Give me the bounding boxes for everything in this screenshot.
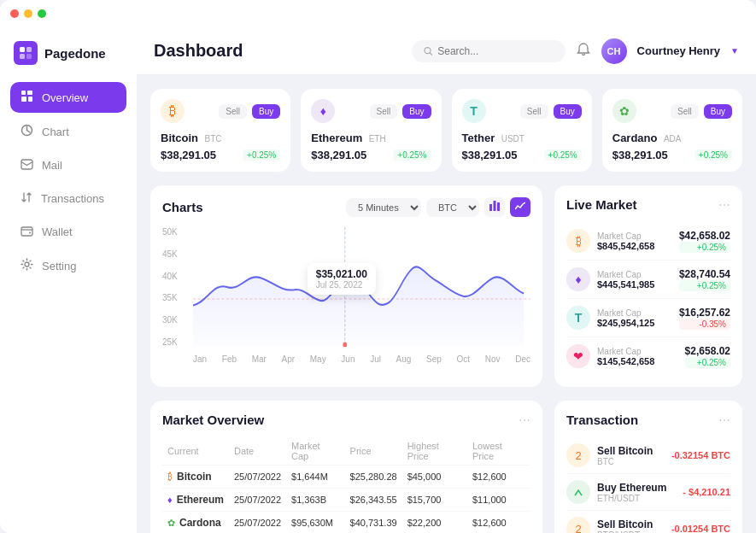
transactions-label: Transactions (41, 192, 104, 205)
txn-sell-icon-2: 2 (566, 517, 590, 533)
market-4-price: $2,658.02 (685, 345, 730, 357)
market-btc-price: $42,658.02 (679, 230, 730, 242)
usdt-change: +0.25% (544, 149, 582, 161)
market-eth-icon: ♦ (566, 267, 590, 291)
market-usdt-cap: $245,954,125 (597, 318, 672, 328)
table-row: ♦Ethereum 25/07/2022 $1,363B $26,343.55 … (162, 489, 530, 512)
line-chart-btn[interactable] (510, 197, 530, 217)
market-overview-panel: Market Overview ⋯ Current Date Market Ca… (150, 401, 542, 533)
bell-icon[interactable] (576, 42, 591, 61)
chart-area: 50K 45K 40K 35K 30K 25K (162, 227, 530, 364)
svg-rect-9 (21, 160, 32, 169)
btc-sell-button[interactable]: Sell (219, 104, 247, 119)
usdt-sell-button[interactable]: Sell (520, 104, 548, 119)
charts-title: Charts (162, 200, 203, 214)
ada-price: $38,291.05 (612, 149, 668, 161)
usdt-icon: T (462, 99, 486, 123)
market-item-4: ❤ Market Cap $145,542,658 $2,658.02 +0.2… (566, 337, 730, 375)
sidebar-item-wallet[interactable]: Wallet (10, 217, 126, 247)
titlebar (0, 0, 756, 27)
crypto-card-eth: ♦ Sell Buy Ethereum ETH $38,291.05 (301, 89, 441, 172)
close-btn[interactable] (10, 9, 19, 18)
btc-name: Bitcoin (161, 132, 198, 144)
eth-buy-button[interactable]: Buy (402, 104, 431, 119)
search-input[interactable] (437, 45, 553, 57)
eth-sell-button[interactable]: Sell (370, 104, 398, 119)
svg-rect-15 (494, 201, 496, 211)
market-usdt-icon: T (566, 306, 590, 330)
market-overview-more[interactable]: ⋯ (519, 413, 530, 427)
txn-title-0: Sell Bitcoin (597, 445, 665, 457)
bottom-section: Market Overview ⋯ Current Date Market Ca… (150, 401, 742, 533)
btc-buy-button[interactable]: Buy (252, 104, 280, 119)
market-btc-cap: $845,542,658 (597, 241, 672, 251)
sidebar-item-transactions[interactable]: Transactions (10, 184, 126, 214)
svg-rect-7 (28, 97, 32, 102)
market-4-price-area: $2,658.02 +0.25% (685, 345, 730, 368)
svg-rect-0 (20, 47, 25, 52)
minimize-btn[interactable] (24, 9, 32, 18)
market-4-icon: ❤ (566, 344, 590, 368)
btc-symbol: BTC (205, 134, 222, 144)
ada-sell-button[interactable]: Sell (671, 104, 699, 119)
scroll-content: ₿ Sell Buy Bitcoin BTC $38,291.05 (137, 75, 756, 533)
live-market-title: Live Market (566, 197, 637, 212)
txn-amount-1: - $4,210.21 (683, 487, 730, 497)
txn-title-2: Sell Bitcoin (597, 518, 665, 530)
overview-icon (21, 90, 33, 105)
ada-name: Cardano (612, 132, 658, 144)
sidebar-item-mail[interactable]: Mail (10, 150, 126, 180)
maximize-btn[interactable] (38, 9, 46, 18)
usdt-buy-button[interactable]: Buy (554, 104, 582, 119)
coin-select[interactable]: BTC ETH (426, 198, 479, 217)
chevron-down-icon[interactable]: ▼ (730, 46, 739, 56)
txn-info-0: Sell Bitcoin BTC (597, 445, 665, 466)
svg-rect-16 (497, 202, 500, 211)
txn-item-2: 2 Sell Bitcoin BTC/USDT -0.01254 BTC (566, 511, 730, 533)
sidebar-item-overview[interactable]: Overview (10, 82, 126, 113)
usdt-symbol: USDT (501, 134, 525, 144)
ada-buy-button[interactable]: Buy (704, 104, 732, 119)
tooltip-date: Jul 25, 2022 (316, 280, 367, 290)
live-market-more[interactable]: ⋯ (718, 198, 730, 212)
svg-rect-3 (26, 54, 32, 59)
crypto-cards: ₿ Sell Buy Bitcoin BTC $38,291.05 (150, 89, 742, 172)
crypto-card-btc: ₿ Sell Buy Bitcoin BTC $38,291.05 (150, 89, 290, 172)
col-highest: Highest Price (402, 437, 467, 466)
chart-icon (21, 124, 33, 139)
row-btc-name: ₿Bitcoin (162, 466, 229, 489)
txn-sub-0: BTC (597, 457, 665, 466)
market-4-label: Market Cap (597, 347, 678, 356)
svg-rect-4 (21, 91, 26, 95)
bar-chart-btn[interactable] (484, 197, 505, 217)
mail-label: Mail (42, 159, 62, 172)
transactions-icon (21, 191, 32, 206)
charts-panel: Charts 5 Minutes 1 Hour 1 Day BTC ETH (150, 185, 542, 387)
market-eth-price-area: $28,740.54 +0.25% (679, 268, 730, 291)
chart-controls: 5 Minutes 1 Hour 1 Day BTC ETH (346, 197, 530, 217)
sidebar-item-setting[interactable]: Setting (10, 250, 126, 281)
ada-icon: ✿ (612, 99, 636, 123)
sidebar-item-chart[interactable]: Chart (10, 116, 126, 147)
transaction-more[interactable]: ⋯ (718, 413, 730, 427)
market-btc-icon: ₿ (566, 229, 590, 253)
svg-point-12 (25, 262, 29, 266)
svg-rect-14 (489, 204, 492, 211)
market-eth-info: Market Cap $445,541,985 (597, 270, 672, 290)
market-eth-cap: $445,541,985 (597, 279, 672, 290)
table-row: ✿Cardona 25/07/2022 $95,630M $40,731.39 … (162, 512, 530, 534)
market-overview-title: Market Overview (162, 413, 264, 427)
market-btc-change: +0.25% (679, 242, 730, 253)
txn-info-2: Sell Bitcoin BTC/USDT (597, 518, 665, 534)
market-usdt-info: Market Cap $245,954,125 (597, 308, 672, 328)
setting-label: Setting (42, 260, 76, 272)
chart-label: Chart (42, 126, 69, 138)
search-icon (424, 46, 433, 56)
search-box[interactable] (412, 40, 566, 62)
chart-tooltip: $35,021.00 Jul 25, 2022 (308, 263, 376, 295)
time-select[interactable]: 5 Minutes 1 Hour 1 Day (346, 198, 421, 217)
btc-change: +0.25% (243, 149, 280, 161)
eth-symbol: ETH (369, 134, 386, 144)
market-4-change: +0.25% (685, 357, 730, 368)
svg-point-11 (29, 232, 31, 234)
